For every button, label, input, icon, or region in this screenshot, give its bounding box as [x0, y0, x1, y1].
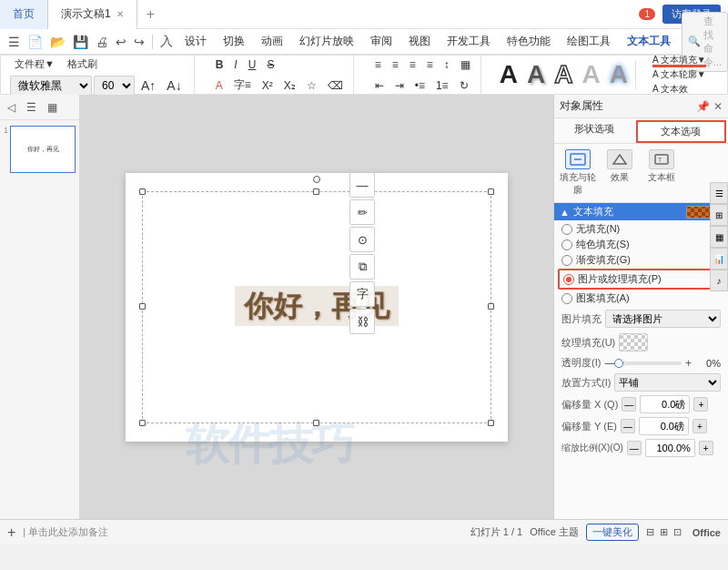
offset-y-plus[interactable]: +: [693, 419, 707, 433]
side-icon-grid[interactable]: ⊞: [710, 204, 728, 226]
char-spacing-button[interactable]: 字≡: [229, 76, 256, 96]
doc-tab-close[interactable]: ✕: [116, 9, 124, 19]
side-icon-list[interactable]: ☰: [710, 182, 728, 204]
side-icon-chart[interactable]: 📊: [710, 248, 728, 270]
handle-bottom-middle[interactable]: [313, 420, 319, 426]
texture-preview-button[interactable]: [619, 333, 648, 351]
new-icon[interactable]: 📄: [25, 33, 46, 51]
rp-sub-textbox[interactable]: T 文本框: [643, 149, 680, 197]
open-icon[interactable]: 📂: [47, 33, 68, 51]
rotate-handle[interactable]: [313, 176, 320, 183]
float-tool-edit[interactable]: ✏: [349, 199, 375, 225]
float-tool-text[interactable]: 字: [349, 281, 375, 307]
float-tool-chain[interactable]: ⛓: [349, 309, 375, 334]
handle-middle-left[interactable]: [139, 303, 146, 310]
offset-x-plus[interactable]: +: [693, 397, 708, 412]
menu-dev[interactable]: 开发工具: [440, 32, 498, 51]
menu-animate[interactable]: 动画: [254, 32, 290, 51]
add-slide-icon[interactable]: +: [7, 524, 15, 541]
subscript-button[interactable]: X₂: [279, 76, 300, 96]
column-button[interactable]: ▦: [456, 55, 475, 75]
beauty-btn[interactable]: 一键美化: [586, 524, 639, 541]
fill-pattern[interactable]: 图案填充(A): [561, 291, 721, 305]
align-left-button[interactable]: ≡: [370, 55, 386, 75]
menu-text-tool[interactable]: 文本工具: [620, 32, 678, 51]
bullet-button[interactable]: •≡: [410, 76, 430, 96]
align-justify-button[interactable]: ≡: [422, 55, 438, 75]
fill-solid[interactable]: 纯色填充(S): [561, 238, 721, 251]
fill-picture[interactable]: 图片或纹理填充(P): [558, 269, 724, 290]
handle-top-right[interactable]: [488, 188, 494, 195]
panel-close-icon[interactable]: ✕: [713, 100, 723, 113]
image-fill-select[interactable]: 请选择图片: [605, 310, 721, 328]
menu-review[interactable]: 审阅: [363, 32, 399, 51]
float-tool-copy[interactable]: ⧉: [349, 254, 375, 280]
offset-x-input[interactable]: [640, 395, 690, 413]
text-box-container[interactable]: 你好，再见: [142, 191, 491, 423]
transparency-plus[interactable]: +: [685, 357, 692, 370]
insert-text-icon[interactable]: 入: [157, 32, 176, 52]
sidebar-list-icon[interactable]: ☰: [23, 99, 40, 116]
menu-design[interactable]: 设计: [177, 32, 214, 51]
view-icon-normal[interactable]: ⊟: [646, 526, 654, 538]
font-style-glow[interactable]: A: [610, 60, 628, 89]
rp-tab-shape[interactable]: 形状选项: [554, 118, 634, 143]
scale-x-plus[interactable]: +: [699, 441, 713, 455]
slide-item-1[interactable]: 1 你好，再见: [4, 124, 76, 175]
numbered-button[interactable]: 1≡: [431, 76, 453, 96]
slide-canvas[interactable]: 你好，再见: [126, 173, 508, 442]
offset-x-minus[interactable]: —: [622, 397, 636, 412]
rp-sub-fill[interactable]: 填充与轮廓: [560, 149, 596, 197]
menu-view[interactable]: 视图: [401, 32, 438, 51]
menu-file-icon[interactable]: ☰: [5, 33, 23, 51]
font-increase-button[interactable]: A↑: [136, 76, 160, 96]
italic-button[interactable]: I: [229, 55, 241, 75]
font-name-select[interactable]: 微软雅黑: [10, 76, 92, 96]
direction-button[interactable]: ↻: [455, 76, 473, 96]
slide-thumbnail[interactable]: 你好，再见: [10, 126, 76, 173]
text-fill-icon[interactable]: A 文本填充▼: [652, 55, 706, 67]
panel-pin-icon[interactable]: 📌: [696, 100, 710, 113]
redo-icon[interactable]: ↪: [131, 33, 147, 51]
indent-left-button[interactable]: ⇤: [370, 76, 389, 96]
superscript-button[interactable]: X²: [258, 76, 278, 96]
style-brush-button[interactable]: 格式刷: [63, 55, 102, 75]
fill-none[interactable]: 无填充(N): [561, 222, 721, 236]
strikethrough-button[interactable]: S: [262, 55, 278, 75]
format-brush-button[interactable]: 文件程▼: [10, 55, 59, 75]
rp-sub-effect[interactable]: 效果: [602, 149, 638, 197]
line-height-button[interactable]: ↕: [440, 55, 454, 75]
fill-gradient[interactable]: 渐变填充(G): [561, 253, 721, 267]
menu-draw[interactable]: 绘图工具: [560, 32, 618, 51]
text-color-button[interactable]: A: [211, 76, 228, 96]
home-tab[interactable]: 首页: [0, 0, 48, 29]
special-char-button[interactable]: ☆: [302, 76, 321, 96]
bold-button[interactable]: B: [211, 55, 228, 75]
doc-tab[interactable]: 演示文稿1 ✕: [48, 0, 137, 29]
font-style-normal[interactable]: A: [500, 60, 518, 89]
offset-y-input[interactable]: [639, 417, 689, 435]
rp-tab-text[interactable]: 文本选项: [636, 120, 727, 143]
offset-y-minus[interactable]: —: [621, 419, 635, 433]
menu-cut[interactable]: 切换: [216, 32, 252, 51]
underline-button[interactable]: U: [244, 55, 261, 75]
font-decrease-button[interactable]: A↓: [162, 76, 186, 96]
font-style-outline[interactable]: A: [554, 60, 572, 89]
view-icon-outline[interactable]: ⊞: [660, 526, 668, 538]
text-effect-icon[interactable]: A 文本效: [652, 84, 688, 94]
side-icon-table[interactable]: ▦: [710, 226, 728, 248]
save-icon[interactable]: 💾: [70, 33, 91, 51]
menu-special[interactable]: 特色功能: [500, 32, 558, 51]
print-icon[interactable]: 🖨: [93, 33, 111, 51]
font-size-select[interactable]: 60: [94, 76, 135, 96]
align-right-button[interactable]: ≡: [405, 55, 420, 75]
handle-bottom-left[interactable]: [139, 420, 146, 426]
float-tool-crop[interactable]: ⊙: [349, 227, 375, 252]
view-icon-slide[interactable]: ⊡: [673, 526, 682, 538]
clear-format-button[interactable]: ⌫: [323, 76, 348, 96]
handle-bottom-right[interactable]: [488, 420, 494, 426]
indent-right-button[interactable]: ⇥: [390, 76, 409, 96]
scale-x-input[interactable]: [645, 439, 695, 457]
text-outline-icon[interactable]: A 文本轮廓▼: [652, 69, 706, 79]
font-style-shadow[interactable]: A: [527, 60, 545, 89]
